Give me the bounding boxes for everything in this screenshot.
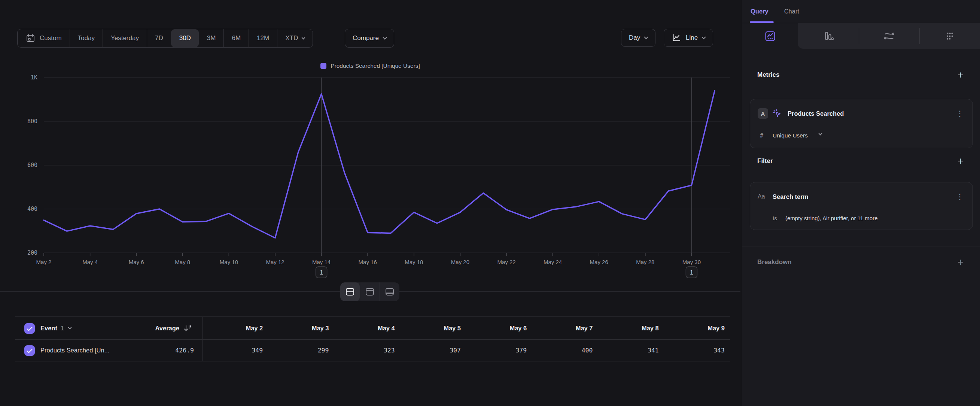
filter-menu-icon[interactable]: ⋮ (956, 192, 964, 201)
range-label: 7D (155, 35, 163, 42)
range-3m[interactable]: 3M (199, 29, 224, 47)
trend-line-chart[interactable]: 2004006008001K11May 2May 4May 6May 8May … (0, 73, 740, 285)
y-axis-label: 200 (27, 250, 37, 256)
chart-type-label: Line (686, 34, 698, 41)
chevron-down-icon (302, 36, 305, 39)
range-yesterday[interactable]: Yesterday (103, 29, 147, 47)
tab-query[interactable]: Query (751, 8, 768, 15)
range-custom[interactable]: Custom (18, 29, 70, 47)
range-6m[interactable]: 6M (223, 29, 248, 47)
line-chart-icon (671, 33, 681, 43)
x-axis-label: May 18 (405, 259, 423, 265)
range-today[interactable]: Today (70, 29, 103, 47)
x-axis-label: May 20 (451, 259, 469, 265)
tab-more-charts[interactable] (920, 23, 980, 49)
range-label: 6M (232, 35, 241, 42)
tab-flow[interactable] (859, 23, 920, 49)
metrics-section-header: Metrics + (742, 71, 980, 79)
x-axis-label: May 26 (590, 259, 608, 265)
sort-descending-icon[interactable] (183, 324, 192, 333)
chart-view-icon (365, 287, 375, 296)
range-xtd[interactable]: XTD (277, 29, 313, 47)
add-breakdown-button[interactable]: + (958, 258, 964, 266)
table-cell-value: 299 (268, 340, 334, 361)
x-axis-label: May 6 (129, 259, 144, 265)
view-table-only-button[interactable] (380, 282, 399, 301)
table-cell-value: 341 (598, 340, 664, 361)
series-name: Products Searched [Un... (40, 340, 109, 361)
table-date-header: May 4 (334, 317, 400, 339)
metric-card[interactable]: A Products Searched ⋮ # Unique Users (750, 99, 973, 148)
date-range-group: Custom Today Yesterday 7D 30D 3M 6M 12M … (17, 29, 313, 48)
filter-property-name: Search term (773, 193, 808, 201)
insights-line-chart-icon (765, 31, 776, 41)
more-charts-dots-icon (945, 31, 955, 41)
range-30d-selected[interactable]: 30D (171, 29, 199, 47)
filter-heading: Filter (757, 157, 773, 165)
table-date-header: May 2 (202, 317, 268, 339)
x-axis-label: May 14 (312, 259, 331, 265)
annotation-badge-label: 1 (690, 269, 693, 275)
aggregation-selector[interactable]: Unique Users (773, 132, 808, 139)
date-column-values: 349299323307379400341343 (202, 340, 730, 361)
table-view-icon (385, 287, 395, 296)
x-axis-label: May 10 (220, 259, 238, 265)
legend-swatch (320, 63, 326, 69)
x-axis-label: May 2 (36, 259, 52, 265)
range-label: 30D (179, 35, 191, 42)
chart-type-button[interactable]: Line (664, 29, 713, 47)
table-cell-value: 307 (400, 340, 466, 361)
chevron-down-icon (644, 35, 648, 39)
select-all-checkbox[interactable] (24, 323, 35, 334)
table-date-header: May 6 (466, 317, 532, 339)
active-tab-underline (750, 21, 774, 23)
event-click-icon (772, 108, 782, 119)
metric-menu-icon[interactable]: ⋮ (956, 109, 964, 118)
view-chart-and-table-button[interactable] (340, 282, 360, 301)
view-chart-only-button[interactable] (360, 282, 380, 301)
range-label: Yesterday (111, 35, 139, 42)
range-label: Custom (40, 35, 62, 42)
tab-chart[interactable]: Chart (784, 8, 799, 15)
results-table: Event 1 Average May 2May 3May 4May 5May … (15, 317, 730, 361)
event-label: Event (40, 325, 57, 332)
granularity-button[interactable]: Day (621, 29, 655, 47)
table-data-row: Products Searched [Un... 426.9 349299323… (15, 340, 730, 361)
table-date-header: May 9 (664, 317, 730, 339)
section-divider (742, 246, 980, 247)
date-column-headers: May 2May 3May 4May 5May 6May 7May 8May 9 (202, 317, 730, 339)
average-column-header: Average (155, 325, 179, 332)
add-filter-button[interactable]: + (958, 157, 964, 165)
range-label: 3M (207, 35, 216, 42)
event-column-header[interactable]: Event 1 (40, 317, 71, 339)
x-axis-label: May 28 (636, 259, 654, 265)
tab-insights-active[interactable] (742, 23, 798, 49)
metric-event-name: Products Searched (788, 110, 844, 117)
event-count: 1 (60, 325, 64, 332)
table-column-divider (202, 317, 202, 361)
x-axis-label: May 16 (359, 259, 377, 265)
breakdown-section-header: Breakdown + (742, 258, 980, 266)
x-axis-label: May 4 (82, 259, 98, 265)
compare-button[interactable]: Compare (345, 29, 394, 48)
range-12m[interactable]: 12M (248, 29, 277, 47)
table-header-row: Event 1 Average May 2May 3May 4May 5May … (15, 317, 730, 340)
range-label: Today (78, 35, 95, 42)
tab-bar-chart[interactable] (798, 23, 859, 49)
range-7d[interactable]: 7D (147, 29, 171, 47)
table-cell-value: 323 (334, 340, 400, 361)
series-checkbox[interactable] (24, 345, 35, 356)
filter-card[interactable]: Aa Search term ⋮ Is (empty string), Air … (750, 182, 973, 230)
filter-operator[interactable]: Is (773, 215, 777, 221)
sidebar-tabs: Query Chart (742, 0, 980, 23)
add-metric-button[interactable]: + (958, 71, 964, 79)
metrics-heading: Metrics (757, 71, 780, 79)
calendar-icon (25, 33, 35, 43)
aggregation-hash-icon: # (760, 132, 763, 139)
filter-value[interactable]: (empty string), Air purifier, or 11 more (785, 215, 877, 221)
flow-icon (883, 31, 895, 41)
range-label: XTD (285, 35, 298, 42)
chevron-down-icon (702, 35, 706, 39)
series-line[interactable] (44, 91, 714, 238)
legend-label: Products Searched [Unique Users] (331, 62, 420, 69)
